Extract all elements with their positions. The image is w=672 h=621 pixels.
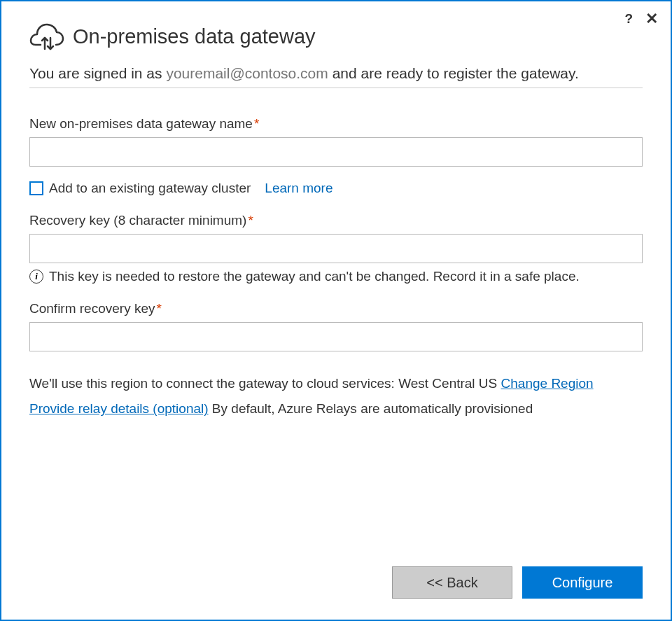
back-button[interactable]: << Back — [392, 566, 512, 599]
required-marker: * — [248, 213, 253, 228]
window-controls: ? ✕ — [624, 11, 658, 27]
required-marker: * — [157, 301, 162, 316]
info-icon: i — [29, 270, 43, 284]
learn-more-link[interactable]: Learn more — [265, 181, 332, 196]
relay-details-link[interactable]: Provide relay details (optional) — [29, 401, 209, 416]
region-section: We'll use this region to connect the gat… — [29, 371, 643, 421]
recovery-key-label-text: Recovery key (8 character minimum) — [29, 213, 246, 228]
confirm-key-label: Confirm recovery key* — [29, 301, 643, 316]
confirm-key-group: Confirm recovery key* — [29, 301, 643, 351]
recovery-key-group: Recovery key (8 character minimum)* — [29, 213, 643, 263]
gateway-name-label-text: New on-premises data gateway name — [29, 116, 253, 131]
confirm-key-input[interactable] — [29, 322, 643, 351]
confirm-key-label-text: Confirm recovery key — [29, 301, 155, 316]
cloud-gateway-icon — [29, 22, 64, 50]
signin-suffix: and are ready to register the gateway. — [328, 65, 579, 81]
change-region-link[interactable]: Change Region — [501, 376, 594, 391]
gateway-name-group: New on-premises data gateway name* — [29, 116, 643, 167]
recovery-key-label: Recovery key (8 character minimum)* — [29, 213, 643, 228]
region-name: West Central US — [398, 376, 497, 391]
gateway-name-input[interactable] — [29, 137, 643, 167]
recovery-key-info-row: i This key is needed to restore the gate… — [29, 269, 643, 284]
signin-email: youremail@contoso.com — [166, 65, 328, 81]
page-title: On-premises data gateway — [73, 25, 316, 48]
configure-button[interactable]: Configure — [522, 566, 643, 599]
gateway-name-label: New on-premises data gateway name* — [29, 116, 643, 132]
close-icon[interactable]: ✕ — [645, 11, 658, 27]
help-icon[interactable]: ? — [624, 11, 633, 27]
required-marker: * — [254, 116, 259, 131]
relay-default-text: By default, Azure Relays are automatical… — [209, 401, 533, 416]
header-divider — [29, 88, 643, 88]
signin-prefix: You are signed in as — [29, 65, 166, 81]
cluster-checkbox-label: Add to an existing gateway cluster — [49, 181, 251, 196]
cluster-checkbox-row: Add to an existing gateway cluster Learn… — [29, 181, 643, 196]
recovery-key-info-text: This key is needed to restore the gatewa… — [49, 269, 580, 284]
recovery-key-input[interactable] — [29, 234, 643, 263]
region-text-prefix: We'll use this region to connect the gat… — [29, 376, 398, 391]
button-row: << Back Configure — [392, 566, 643, 599]
cluster-checkbox[interactable] — [29, 181, 43, 195]
signin-status: You are signed in as youremail@contoso.c… — [29, 63, 643, 83]
header: On-premises data gateway — [29, 22, 643, 50]
gateway-setup-window: ? ✕ On-premises data gateway You are sig… — [0, 0, 672, 621]
